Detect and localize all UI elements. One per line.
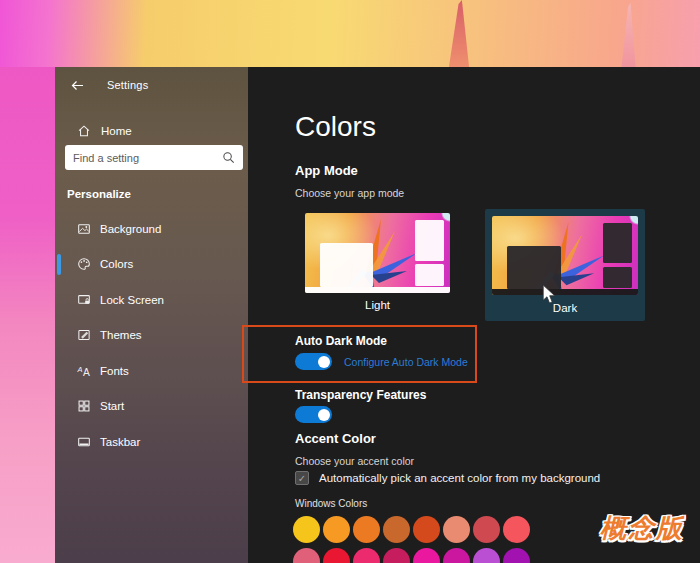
- sidebar-item-colors[interactable]: Colors: [55, 247, 248, 283]
- sidebar-item-lock-screen[interactable]: Lock Screen: [55, 282, 248, 318]
- sidebar: Settings Home Find a setting Personalize: [55, 67, 248, 563]
- color-swatch[interactable]: [473, 516, 500, 543]
- sidebar-item-fonts[interactable]: AA Fonts: [55, 353, 248, 389]
- transparency-toggle[interactable]: [295, 406, 332, 423]
- auto-dark-mode-toggle[interactable]: [295, 353, 332, 370]
- sidebar-nav: Background Colors Lock Screen: [55, 211, 248, 460]
- color-swatch[interactable]: [383, 548, 410, 563]
- sidebar-item-label: Home: [101, 125, 132, 137]
- color-swatch[interactable]: [503, 548, 530, 563]
- toggle-knob: [318, 409, 330, 421]
- sidebar-item-background[interactable]: Background: [55, 211, 248, 247]
- transparency-heading: Transparency Features: [295, 388, 426, 402]
- color-swatch[interactable]: [503, 516, 530, 543]
- accent-color-heading: Accent Color: [295, 431, 376, 446]
- toggle-knob: [318, 356, 330, 368]
- color-swatch[interactable]: [413, 516, 440, 543]
- sidebar-item-home[interactable]: Home: [77, 121, 132, 141]
- sidebar-item-label: Fonts: [100, 365, 129, 377]
- palette-icon: [77, 257, 91, 271]
- color-swatch[interactable]: [443, 548, 470, 563]
- app-mode-option-light[interactable]: Light: [305, 213, 450, 293]
- dark-mode-preview: [492, 216, 638, 295]
- sidebar-item-label: Background: [100, 223, 161, 235]
- configure-auto-dark-mode-link[interactable]: Configure Auto Dark Mode: [344, 356, 468, 368]
- accent-color-caption: Choose your accent color: [295, 455, 414, 467]
- sidebar-item-label: Taskbar: [100, 436, 140, 448]
- color-swatch[interactable]: [383, 516, 410, 543]
- preview-taskbar: [305, 287, 450, 293]
- color-swatch[interactable]: [293, 548, 320, 563]
- fonts-icon: AA: [77, 364, 91, 378]
- sidebar-item-label: Lock Screen: [100, 294, 164, 306]
- search-icon: [222, 151, 235, 164]
- preview-taskbar: [492, 289, 638, 295]
- main-pane: Colors App Mode Choose your app mode: [248, 67, 700, 563]
- app-mode-caption: Choose your app mode: [295, 187, 404, 199]
- search-input[interactable]: Find a setting: [65, 145, 243, 170]
- screen: Settings Home Find a setting Personalize: [0, 0, 700, 563]
- dark-mode-label: Dark: [485, 302, 645, 314]
- search-placeholder: Find a setting: [73, 152, 139, 164]
- color-swatch[interactable]: [323, 516, 350, 543]
- windows-colors-label: Windows Colors: [295, 498, 367, 509]
- svg-text:A: A: [83, 366, 90, 377]
- color-swatch[interactable]: [443, 516, 470, 543]
- taskbar-icon: [77, 435, 91, 449]
- desktop-wallpaper-left: [0, 67, 55, 563]
- preview-window: [415, 220, 444, 261]
- app-mode-heading: App Mode: [295, 163, 358, 178]
- color-swatch[interactable]: [473, 548, 500, 563]
- settings-window: Settings Home Find a setting Personalize: [55, 67, 700, 563]
- sidebar-item-label: Colors: [100, 258, 133, 270]
- preview-window: [320, 243, 374, 286]
- mouse-cursor: [542, 284, 557, 305]
- color-swatch[interactable]: [323, 548, 350, 563]
- color-swatch[interactable]: [353, 516, 380, 543]
- svg-text:A: A: [77, 365, 82, 374]
- sidebar-item-themes[interactable]: Themes: [55, 318, 248, 354]
- light-mode-label: Light: [305, 299, 450, 311]
- sidebar-item-label: Start: [100, 400, 124, 412]
- color-swatch[interactable]: [353, 548, 380, 563]
- titlebar: Settings: [55, 67, 248, 103]
- app-mode-option-dark[interactable]: Dark: [485, 209, 645, 321]
- sidebar-item-start[interactable]: Start: [55, 389, 248, 425]
- color-swatch-row-2: [293, 548, 530, 563]
- auto-accent-checkbox-label: Automatically pick an accent color from …: [319, 472, 600, 484]
- color-swatch[interactable]: [413, 548, 440, 563]
- home-icon: [77, 124, 91, 138]
- sidebar-section-header: Personalize: [67, 188, 131, 200]
- theme-icon: [77, 328, 91, 342]
- lock-screen-icon: [77, 293, 91, 307]
- window-title: Settings: [107, 79, 148, 91]
- light-mode-preview: [305, 213, 450, 293]
- concept-version-watermark: 概念版: [600, 511, 684, 546]
- auto-accent-checkbox-row: ✓ Automatically pick an accent color fro…: [295, 471, 600, 485]
- color-swatch-row-1: [293, 516, 530, 543]
- color-swatch[interactable]: [293, 516, 320, 543]
- preview-window: [507, 246, 561, 289]
- sidebar-item-label: Themes: [100, 329, 142, 341]
- preview-window: [603, 267, 632, 288]
- back-icon[interactable]: [67, 75, 87, 95]
- start-grid-icon: [77, 399, 91, 413]
- sidebar-item-taskbar[interactable]: Taskbar: [55, 424, 248, 460]
- preview-window: [603, 223, 632, 263]
- preview-window: [415, 264, 444, 286]
- page-title: Colors: [295, 111, 376, 143]
- image-icon: [77, 222, 91, 236]
- desktop-wallpaper-top: [0, 0, 700, 67]
- auto-dark-mode-heading: Auto Dark Mode: [295, 334, 387, 348]
- auto-accent-checkbox[interactable]: ✓: [295, 471, 309, 485]
